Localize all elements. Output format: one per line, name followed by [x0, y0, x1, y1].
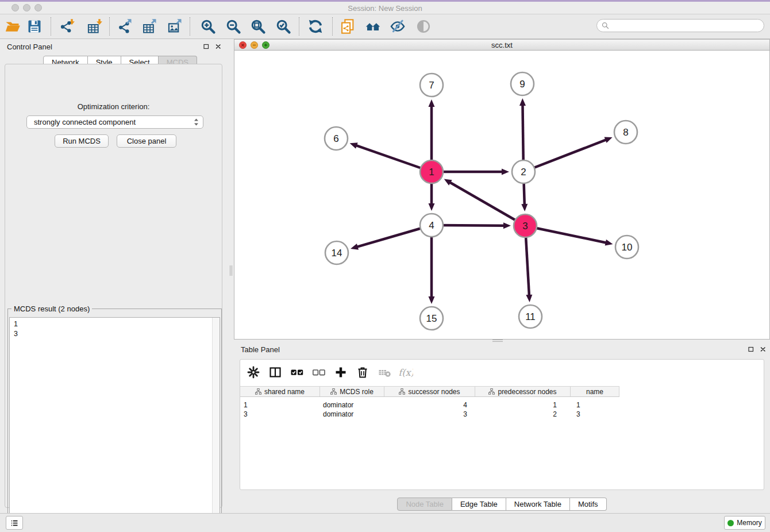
- app-title: Session: New Session: [0, 4, 770, 13]
- first-neighbors-icon[interactable]: [364, 18, 382, 35]
- table-close-panel-icon[interactable]: [759, 345, 767, 353]
- table-settings-icon[interactable]: [246, 365, 261, 380]
- import-table-icon[interactable]: [87, 18, 104, 35]
- network-window-titlebar[interactable]: scc.txt: [234, 40, 769, 51]
- toolbar-separator: [332, 17, 333, 36]
- hierarchy-icon: [399, 388, 405, 395]
- graph-edge-3-1[interactable]: [450, 182, 525, 226]
- column-header-MCDS-role[interactable]: MCDS role: [320, 387, 384, 396]
- float-panel-icon[interactable]: [202, 43, 210, 50]
- mcds-result-list[interactable]: 1 3: [9, 317, 220, 525]
- graph-edge-arrow-3-11: [526, 295, 532, 302]
- app-titlebar: Session: New Session: [0, 2, 770, 14]
- close-panel-icon[interactable]: [214, 43, 222, 50]
- table-row[interactable]: 1dominator411: [240, 400, 619, 410]
- graph-node-label-8: 8: [623, 127, 628, 138]
- export-network-icon[interactable]: [117, 18, 134, 35]
- network-view-window: scc.txt 7968124314101511: [234, 39, 770, 340]
- zoom-out-icon[interactable]: [225, 18, 242, 35]
- function-builder-icon: f(x): [399, 365, 414, 380]
- optimization-criterion-select[interactable]: strongly connected component: [26, 115, 203, 129]
- search-box[interactable]: [596, 19, 764, 32]
- optimization-criterion-value: strongly connected component: [34, 118, 136, 126]
- tab-network-table[interactable]: Network Table: [506, 498, 570, 511]
- column-label: successor nodes: [408, 388, 460, 396]
- table-float-panel-icon[interactable]: [747, 345, 754, 353]
- run-mcds-button[interactable]: Run MCDS: [55, 134, 109, 148]
- export-image-icon[interactable]: [167, 18, 184, 35]
- table-cell[interactable]: 1: [475, 400, 571, 410]
- deselect-all-checkboxes-icon[interactable]: [311, 365, 326, 380]
- show-all-icon: [415, 18, 432, 35]
- table-cell[interactable]: dominator: [320, 410, 384, 419]
- graph-edge-arrow-3-10: [605, 240, 613, 246]
- split-panel-icon[interactable]: [268, 365, 283, 380]
- column-header-name[interactable]: name: [571, 387, 619, 396]
- control-panel: Control Panel NetworkStyleSelectMCDS Opt…: [0, 39, 228, 510]
- select-all-checkboxes-icon[interactable]: [290, 365, 305, 380]
- graph-edge-3-10[interactable]: [525, 226, 606, 242]
- graph-node-label-7: 7: [429, 80, 434, 91]
- import-network-icon[interactable]: [59, 18, 76, 35]
- delete-table-icon: [377, 365, 392, 380]
- memory-button[interactable]: Memory: [724, 516, 765, 530]
- zoom-selected-icon[interactable]: [275, 18, 292, 35]
- toolbar-separator: [51, 17, 51, 36]
- add-column-icon[interactable]: [333, 365, 348, 380]
- toolbar-separator: [190, 17, 190, 36]
- table-cell[interactable]: 4: [384, 400, 475, 410]
- export-table-icon[interactable]: [141, 18, 159, 35]
- graph-edge-arrow-4-15: [429, 296, 435, 304]
- table-header-row: shared nameMCDS rolesuccessor nodesprede…: [240, 386, 619, 397]
- graph-edge-arrow-4-14: [351, 244, 359, 250]
- tab-edge-table[interactable]: Edge Table: [452, 498, 506, 511]
- zoom-in-icon[interactable]: [199, 18, 217, 35]
- mcds-panel-body: Optimization criterion: strongly connect…: [5, 64, 222, 508]
- column-label: MCDS role: [340, 388, 374, 396]
- network-canvas[interactable]: 7968124314101511: [234, 51, 769, 339]
- new-network-from-selection-icon[interactable]: [339, 18, 356, 35]
- status-bar: Memory: [0, 513, 770, 532]
- table-row[interactable]: 3dominator323: [240, 410, 619, 419]
- open-session-icon[interactable]: [4, 18, 21, 35]
- table-cell[interactable]: 1: [240, 400, 320, 410]
- graph-node-label-10: 10: [622, 242, 633, 253]
- mcds-result-title: MCDS result (2 nodes): [11, 304, 92, 313]
- hide-selected-icon[interactable]: [389, 18, 406, 35]
- column-header-shared-name[interactable]: shared name: [240, 387, 320, 396]
- task-history-button[interactable]: [6, 516, 23, 530]
- table-cell[interactable]: 2: [475, 410, 571, 419]
- table-cell[interactable]: 3: [571, 410, 619, 419]
- graph-edge-arrow-1-4: [429, 203, 435, 211]
- table-cell[interactable]: 1: [571, 400, 619, 410]
- graph-edge-arrow-1-7: [429, 99, 435, 107]
- mcds-result-scrollbar[interactable]: [212, 318, 220, 524]
- column-header-predecessor-nodes[interactable]: predecessor nodes: [475, 387, 571, 396]
- table-cell[interactable]: 3: [240, 410, 320, 419]
- main-toolbar: [0, 14, 770, 39]
- table-cell[interactable]: 3: [384, 410, 475, 419]
- save-session-icon[interactable]: [26, 18, 43, 35]
- vertical-splitter-handle[interactable]: [229, 265, 233, 276]
- zoom-fit-icon[interactable]: [249, 18, 267, 35]
- table-toolbar: f(x): [240, 360, 764, 385]
- optimization-criterion-label: Optimization criterion:: [5, 102, 222, 111]
- delete-column-icon[interactable]: [355, 365, 370, 380]
- close-panel-button[interactable]: Close panel: [117, 134, 176, 148]
- column-header-successor-nodes[interactable]: successor nodes: [384, 387, 475, 396]
- mcds-result-group: MCDS result (2 nodes) 1 3: [7, 309, 222, 530]
- memory-status-icon: [727, 520, 734, 526]
- refresh-layout-icon[interactable]: [307, 18, 324, 35]
- graph-edge-arrow-1-6: [350, 142, 358, 148]
- memory-label: Memory: [737, 519, 761, 527]
- table-cell[interactable]: dominator: [320, 400, 384, 410]
- graph-edge-2-8[interactable]: [523, 140, 606, 172]
- node-table: f(x) shared nameMCDS rolesuccessor nodes…: [240, 359, 764, 490]
- tab-motifs[interactable]: Motifs: [570, 498, 607, 511]
- column-label: predecessor nodes: [498, 388, 556, 396]
- search-input[interactable]: [610, 20, 764, 32]
- table-panel-title: Table Panel: [241, 345, 280, 354]
- tab-node-table[interactable]: Node Table: [397, 498, 452, 511]
- graph-node-label-15: 15: [426, 313, 437, 324]
- hierarchy-icon: [330, 388, 337, 395]
